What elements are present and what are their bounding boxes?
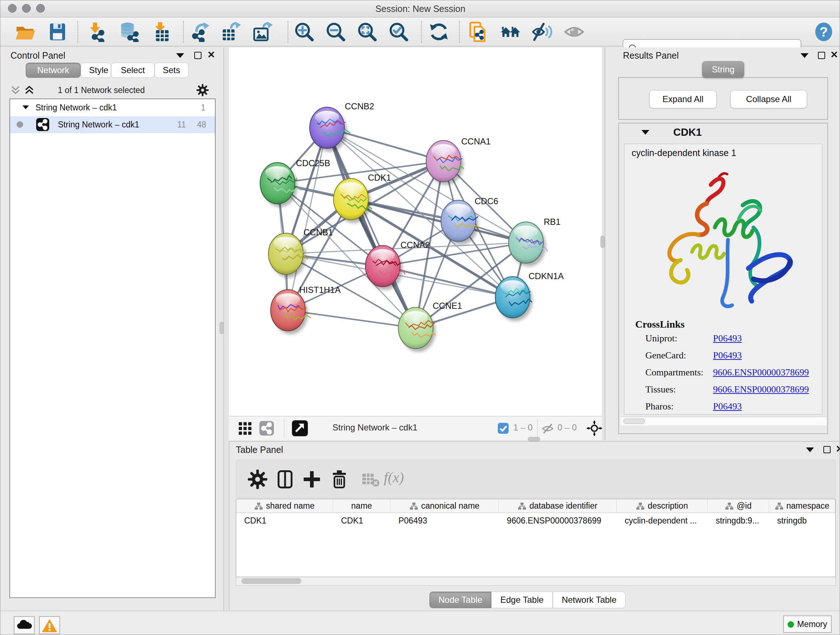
network-node-CCNE1[interactable] [398, 307, 436, 352]
right-splitter-handle[interactable] [600, 236, 605, 248]
scrollbar-thumb[interactable] [623, 418, 645, 424]
close-panel-button[interactable]: ✕ [836, 445, 840, 453]
table-cell[interactable]: 9606.ENSP00000378699 [499, 513, 617, 529]
bottom-splitter-handle[interactable] [528, 437, 540, 441]
network-row-selected[interactable]: String Network – cdk1 11 48 [10, 116, 215, 133]
show-graphics-button[interactable] [564, 22, 584, 42]
help-button[interactable]: ? [813, 22, 834, 42]
crosslink-link[interactable]: 9606.ENSP00000378699 [713, 367, 809, 378]
warning-status-button[interactable] [39, 616, 60, 634]
tab-select[interactable]: Select [111, 63, 155, 78]
collapse-row-icon[interactable] [22, 105, 29, 109]
zoom-fit-button[interactable] [357, 22, 377, 42]
column-header-canonical-name[interactable]: canonical name [390, 499, 499, 513]
table-settings-gear-icon[interactable] [248, 470, 267, 489]
network-canvas[interactable]: CCNB2CCNA1CDC25BCDK1CDC6RB1CCNB1CCNA2CDK… [229, 48, 602, 416]
tab-style[interactable]: Style [81, 63, 111, 78]
show-columns-icon[interactable] [275, 470, 295, 489]
table-cell[interactable]: cyclin-dependent ... [617, 513, 708, 529]
crosslink-link[interactable]: P06493 [713, 333, 742, 344]
table-horizontal-scrollbar[interactable] [236, 577, 836, 586]
table-cell[interactable]: stringdb:9... [707, 513, 769, 529]
selected-checkbox-icon[interactable] [497, 423, 509, 434]
table-cell[interactable]: CDK1 [236, 513, 333, 529]
close-panel-button[interactable]: ✕ [207, 51, 215, 58]
float-panel-button[interactable] [818, 52, 825, 59]
panel-menu-icon[interactable] [801, 53, 808, 58]
tab-network[interactable]: Network [26, 63, 81, 78]
table-cell[interactable]: CDK1 [333, 513, 391, 529]
column-header-shared-name[interactable]: shared name [236, 499, 333, 513]
network-edge[interactable] [327, 128, 416, 328]
gear-icon[interactable] [196, 84, 209, 96]
column-header-@id[interactable]: @id [707, 499, 769, 513]
hide-unhide-button[interactable] [532, 22, 553, 42]
network-node-CDKN1A[interactable] [495, 277, 532, 321]
hidden-eye-slash-icon[interactable] [542, 423, 554, 435]
delete-column-trash-icon[interactable] [330, 470, 349, 489]
expand-all-button[interactable]: Expand All [649, 90, 717, 108]
network-edge[interactable] [288, 128, 327, 310]
toolbar-separator [183, 21, 184, 43]
tab-node-table[interactable]: Node Table [429, 592, 491, 608]
crosslink-link[interactable]: P06493 [713, 350, 742, 361]
crosslink-link[interactable]: P06493 [713, 401, 742, 412]
tab-string[interactable]: String [702, 61, 744, 78]
tab-network-table[interactable]: Network Table [553, 592, 626, 608]
tab-edge-table[interactable]: Edge Table [491, 592, 553, 608]
column-header-namespace[interactable]: namespace [769, 499, 835, 513]
tab-sets[interactable]: Sets [155, 63, 188, 78]
float-panel-button[interactable] [823, 446, 831, 453]
export-image-button[interactable] [253, 22, 273, 42]
results-horizontal-scrollbar[interactable] [621, 417, 827, 425]
export-network-button[interactable] [190, 22, 210, 42]
collapse-all-button[interactable]: Collapse All [730, 90, 807, 108]
table-row[interactable]: CDK1CDK1P064939606.ENSP00000378699cyclin… [236, 513, 835, 529]
zoom-in-button[interactable] [294, 22, 314, 42]
refresh-layout-button[interactable] [429, 22, 449, 42]
clone-network-button[interactable] [468, 22, 488, 42]
panel-menu-icon[interactable] [176, 53, 184, 58]
network-node-CCNB2[interactable] [309, 107, 350, 152]
zoom-out-button[interactable] [325, 22, 346, 42]
cloud-status-button[interactable] [14, 616, 35, 634]
delete-table-icon-disabled [361, 470, 380, 489]
network-view-icon[interactable] [259, 421, 274, 435]
grid-view-icon[interactable] [238, 422, 252, 435]
network-node-RB1[interactable] [508, 222, 548, 266]
network-node-CDC25B[interactable] [260, 163, 302, 207]
network-collection-row[interactable]: String Network – cdk1 1 [10, 99, 215, 116]
table-cell[interactable]: P06493 [390, 513, 499, 529]
network-node-CDC6[interactable] [441, 200, 480, 245]
toolbar-separator [287, 21, 288, 43]
import-network-button[interactable] [88, 22, 108, 42]
column-header-description[interactable]: description [617, 499, 708, 513]
fit-content-crosshair-icon[interactable] [586, 420, 602, 436]
column-header-database-identifier[interactable]: database identifier [499, 499, 617, 513]
save-session-button[interactable] [47, 22, 68, 42]
network-node-CCNA1[interactable] [426, 141, 464, 185]
open-session-button[interactable] [15, 22, 35, 42]
import-table-button[interactable] [151, 22, 171, 42]
memory-button[interactable]: Memory [783, 616, 832, 633]
left-splitter-handle[interactable] [219, 322, 224, 334]
panel-menu-icon[interactable] [806, 448, 814, 452]
crosslink-link[interactable]: 9606.ENSP00000378699 [713, 384, 809, 395]
column-header-name[interactable]: name [333, 499, 391, 513]
create-column-plus-icon[interactable] [302, 470, 322, 489]
network-node-CDK1[interactable] [333, 179, 372, 223]
gene-result-card: CDK1 cyclin-dependent kinase 1 [618, 123, 828, 434]
export-table-button[interactable] [221, 22, 241, 42]
table-cell[interactable]: stringdb [769, 513, 835, 529]
zoom-selected-button[interactable] [388, 22, 409, 42]
close-panel-button[interactable]: ✕ [830, 51, 838, 58]
scrollbar-thumb[interactable] [241, 578, 302, 584]
network-node-HIST1H1A[interactable] [271, 290, 311, 334]
network-edge[interactable] [351, 199, 526, 242]
birds-eye-view-icon[interactable] [292, 420, 308, 436]
network-node-CCNA2[interactable] [365, 245, 405, 290]
collapse-gene-icon[interactable] [641, 130, 649, 135]
float-panel-button[interactable] [194, 52, 202, 59]
import-network-from-database-button[interactable] [119, 22, 139, 42]
home-species-button[interactable] [500, 22, 521, 42]
